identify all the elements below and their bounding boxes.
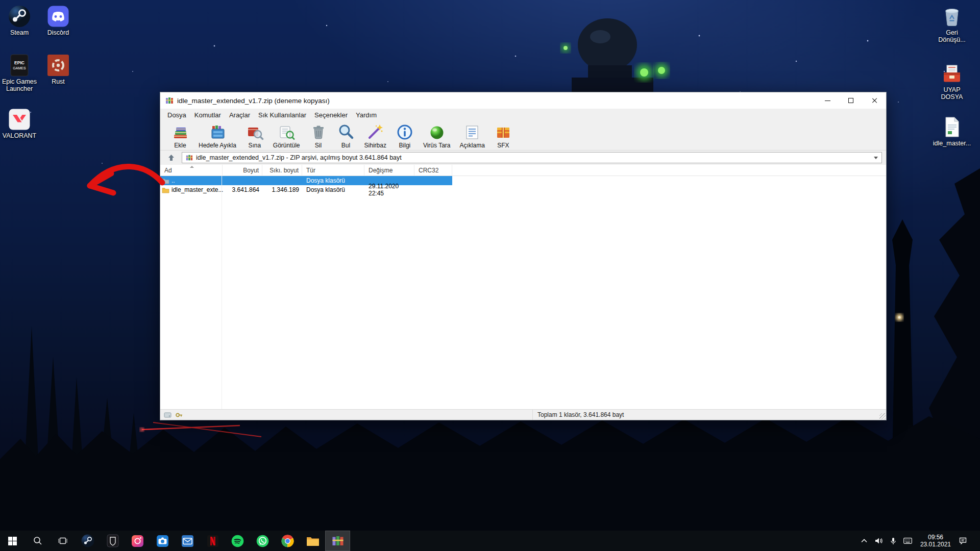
desktop-icon-rust[interactable]: Rust bbox=[39, 54, 78, 85]
toolbar-extract-button[interactable]: Hedefe Ayıkla bbox=[194, 122, 241, 150]
close-button[interactable] bbox=[863, 92, 886, 109]
clock-time: 09:56 bbox=[928, 534, 943, 541]
volume-button[interactable] bbox=[874, 536, 884, 545]
spotify-icon bbox=[231, 535, 244, 547]
menu-item-dosya[interactable]: Dosya bbox=[163, 110, 190, 120]
taskbar-mail-button[interactable] bbox=[175, 531, 200, 551]
desktop-icon-label: Geri Dönüşü... bbox=[933, 29, 971, 43]
drive-icon[interactable] bbox=[164, 412, 172, 418]
column-header-size[interactable]: Boyut bbox=[223, 165, 262, 176]
system-tray: 09:56 23.01.2021 bbox=[856, 531, 980, 551]
add-icon bbox=[171, 123, 189, 141]
uyap-box-icon bbox=[941, 62, 963, 85]
menu-item-yardim[interactable]: Yardım bbox=[352, 110, 381, 120]
menu-item-secenekler[interactable]: Seçenekler bbox=[310, 110, 352, 120]
toolbar-add-button[interactable]: Ekle bbox=[166, 122, 194, 150]
toolbar-view-button[interactable]: Görüntüle bbox=[268, 122, 305, 150]
taskbar-chrome-button[interactable] bbox=[275, 531, 300, 551]
taskbar-whatsapp-button[interactable] bbox=[250, 531, 275, 551]
wizard-icon bbox=[366, 123, 384, 141]
desktop-icon-label: Epic Games Launcher bbox=[0, 78, 39, 92]
minimize-icon bbox=[825, 101, 830, 101]
taskbar-winrar-button[interactable] bbox=[325, 531, 350, 551]
column-header-type[interactable]: Tür bbox=[302, 165, 364, 176]
keyboard-icon bbox=[903, 538, 912, 544]
minimize-button[interactable] bbox=[816, 92, 839, 109]
start-button[interactable] bbox=[0, 531, 25, 551]
view-icon bbox=[277, 123, 296, 141]
whatsapp-icon bbox=[256, 535, 269, 547]
maximize-button[interactable] bbox=[839, 92, 863, 109]
status-total: Toplam 1 klasör, 3.641.864 bayt bbox=[533, 411, 624, 418]
taskbar-netflix-button[interactable] bbox=[200, 531, 225, 551]
recycle-bin-icon bbox=[941, 5, 963, 28]
taskbar-file-explorer-button[interactable] bbox=[300, 531, 325, 551]
winrar-icon bbox=[332, 535, 344, 547]
taskbar-clock[interactable]: 09:56 23.01.2021 bbox=[920, 534, 951, 548]
address-bar[interactable]: idle_master_extended_v1.7.zip - ZIP arşi… bbox=[182, 152, 882, 163]
desktop-icon-label: idle_master... bbox=[933, 140, 971, 147]
toolbar: Ekle Hedefe Ayıkla Sına bbox=[160, 121, 886, 151]
taskbar-camera-button[interactable] bbox=[150, 531, 175, 551]
archive-icon bbox=[186, 154, 193, 161]
desktop-icon-steam[interactable]: Steam bbox=[0, 5, 39, 36]
toolbar-info-button[interactable]: Bilgi bbox=[391, 122, 419, 150]
desktop-icon-label: VALORANT bbox=[3, 132, 36, 139]
taskbar-pink-app-button[interactable] bbox=[125, 531, 150, 551]
volume-icon bbox=[875, 537, 883, 544]
delete-icon bbox=[309, 123, 328, 141]
taskbar-spotify-button[interactable] bbox=[225, 531, 250, 551]
toolbar-test-button[interactable]: Sına bbox=[241, 122, 268, 150]
info-icon bbox=[396, 123, 414, 141]
toolbar-comment-button[interactable]: Açıklama bbox=[455, 122, 489, 150]
titlebar[interactable]: idle_master_extended_v1.7.zip (deneme ko… bbox=[160, 92, 886, 109]
test-icon bbox=[246, 123, 264, 141]
steam-icon bbox=[81, 534, 94, 547]
desktop-icon-uyap-dosya[interactable]: UYAP DOSYA bbox=[933, 62, 971, 101]
winrar-app-icon bbox=[165, 96, 174, 105]
desktop-icon-idle-master[interactable]: idle_master... bbox=[933, 116, 971, 147]
desktop-icon-recycle-bin[interactable]: Geri Dönüşü... bbox=[933, 5, 971, 43]
clock-date: 23.01.2021 bbox=[920, 541, 951, 548]
taskbar-steam-button[interactable] bbox=[75, 531, 100, 551]
resize-grip[interactable] bbox=[879, 413, 886, 419]
task-view-icon bbox=[58, 536, 67, 545]
menu-item-sik-kullanilanlar[interactable]: Sık Kullanılanlar bbox=[254, 110, 310, 120]
column-headers: Ad Boyut Sıkı. boyut Tür Değişme CRC32 bbox=[160, 165, 886, 176]
file-row-folder[interactable]: idle_master_exte... 3.641.864 1.346.189 … bbox=[160, 185, 452, 194]
status-bar: Toplam 1 klasör, 3.641.864 bayt bbox=[160, 409, 886, 420]
toolbar-sfx-button[interactable]: SFX bbox=[489, 122, 517, 150]
desktop-icon-discord[interactable]: Discord bbox=[39, 5, 78, 36]
tray-expand-button[interactable] bbox=[860, 538, 868, 544]
task-view-button[interactable] bbox=[50, 531, 75, 551]
column-header-modified[interactable]: Değişme bbox=[364, 165, 414, 176]
address-text: idle_master_extended_v1.7.zip - ZIP arşi… bbox=[196, 154, 402, 161]
svg-text:EPIC: EPIC bbox=[14, 60, 24, 65]
taskbar-epic-button[interactable] bbox=[100, 531, 125, 551]
chrome-icon bbox=[281, 535, 294, 547]
taskbar-search-button[interactable] bbox=[25, 531, 50, 551]
column-header-crc32[interactable]: CRC32 bbox=[414, 165, 452, 176]
address-dropdown-icon[interactable] bbox=[874, 157, 878, 159]
action-center-button[interactable] bbox=[958, 536, 968, 545]
toolbar-delete-button[interactable]: Sil bbox=[305, 122, 332, 150]
microphone-icon bbox=[891, 537, 896, 545]
sort-ascending-icon bbox=[190, 166, 194, 168]
netflix-icon bbox=[207, 535, 219, 547]
document-icon bbox=[941, 116, 963, 138]
sfx-icon bbox=[494, 123, 512, 141]
key-icon[interactable] bbox=[175, 412, 183, 418]
menu-item-komutlar[interactable]: Komutlar bbox=[190, 110, 225, 120]
column-header-packed[interactable]: Sıkı. boyut bbox=[262, 165, 302, 176]
toolbar-find-button[interactable]: Bul bbox=[332, 122, 360, 150]
windows-logo-icon bbox=[8, 537, 17, 545]
touch-keyboard-button[interactable] bbox=[902, 537, 913, 545]
microphone-button[interactable] bbox=[890, 536, 897, 546]
desktop-icon-valorant[interactable]: VALORANT bbox=[0, 108, 39, 139]
toolbar-virus-scan-button[interactable]: Virüs Tara bbox=[419, 122, 455, 150]
action-center-icon bbox=[959, 537, 967, 544]
menu-item-araclar[interactable]: Araçlar bbox=[225, 110, 254, 120]
desktop-icon-epic-games[interactable]: EPIC GAMES Epic Games Launcher bbox=[0, 54, 39, 92]
close-icon bbox=[871, 97, 877, 104]
toolbar-wizard-button[interactable]: Sihirbaz bbox=[360, 122, 391, 150]
